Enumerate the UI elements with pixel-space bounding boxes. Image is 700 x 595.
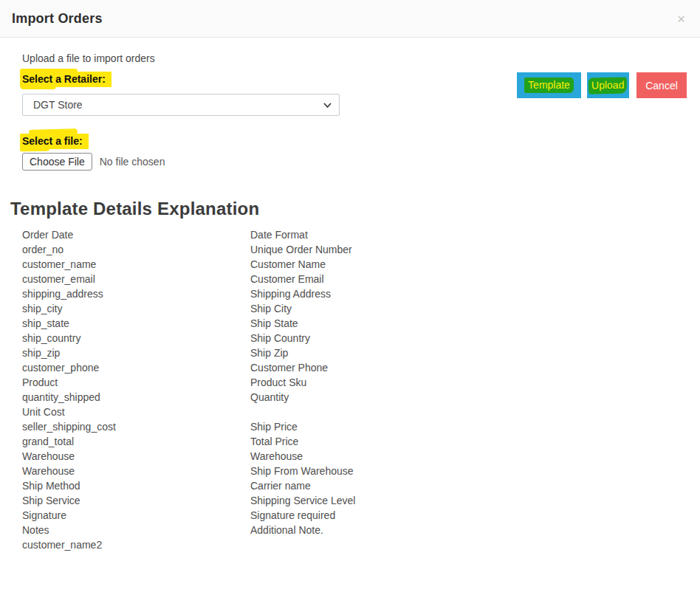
field-desc: Shipping Address	[250, 286, 465, 301]
template-field-row: WarehouseShip From Warehouse	[22, 464, 465, 478]
field-desc: Ship Country	[250, 331, 465, 345]
template-field-row: shipping_addressShipping Address	[22, 286, 465, 301]
template-button-label: Template	[524, 78, 574, 93]
field-desc: Ship Price	[250, 419, 465, 434]
choose-file-button[interactable]: Choose File	[22, 153, 92, 171]
retailer-select-wrap: DGT Store	[22, 94, 340, 116]
retailer-select[interactable]: DGT Store	[22, 94, 340, 116]
template-field-row: ship_countryShip Country	[22, 331, 465, 345]
import-orders-modal: Import Orders × Upload a file to import …	[0, 0, 700, 595]
field-desc: Customer Phone	[250, 360, 465, 375]
field-key: grand_total	[22, 434, 250, 449]
file-label: Select a file:	[20, 134, 89, 149]
field-desc: Unique Order Number	[250, 242, 465, 257]
field-key: Order Date	[22, 227, 250, 242]
field-desc: Signature required	[250, 508, 465, 523]
cancel-button[interactable]: Cancel	[636, 72, 687, 98]
template-field-row: customer_emailCustomer Email	[22, 272, 465, 286]
field-desc: Date Format	[250, 227, 465, 242]
field-key: order_no	[22, 242, 250, 257]
template-field-row: seller_shipping_costShip Price	[22, 419, 465, 434]
template-field-row: ship_cityShip City	[22, 301, 465, 316]
field-key: ship_zip	[22, 345, 250, 360]
modal-header: Import Orders ×	[0, 0, 700, 38]
template-field-row: ship_zipShip Zip	[22, 345, 465, 360]
field-key: customer_phone	[22, 360, 250, 375]
field-key: customer_name	[22, 257, 250, 272]
field-desc: Quantity	[250, 390, 465, 405]
field-key: ship_state	[22, 316, 250, 331]
template-field-row: order_noUnique Order Number	[22, 242, 465, 257]
template-details-heading: Template Details Explanation	[10, 199, 259, 219]
field-desc: Warehouse	[250, 449, 465, 464]
field-desc: Ship Zip	[250, 345, 465, 360]
template-field-row: customer_nameCustomer Name	[22, 257, 465, 272]
template-field-row: quantity_shippedQuantity	[22, 390, 465, 405]
field-key: customer_email	[22, 272, 250, 286]
template-field-row: ship_stateShip State	[22, 316, 465, 331]
upload-button[interactable]: Upload	[587, 72, 629, 98]
template-field-row: grand_totalTotal Price	[22, 434, 465, 449]
retailer-label: Select a Retailer:	[20, 72, 111, 87]
field-key: Product	[22, 375, 250, 390]
field-desc: Customer Email	[250, 272, 465, 286]
template-field-row: customer_name2	[22, 537, 465, 552]
page-title: Import Orders	[12, 11, 103, 27]
template-field-row: Unit Cost	[22, 405, 465, 419]
template-button[interactable]: Template	[517, 72, 581, 98]
template-field-row: Order DateDate Format	[22, 227, 465, 242]
template-field-row: Ship MethodCarrier name	[22, 478, 465, 493]
field-key: Ship Service	[22, 493, 250, 508]
field-desc: Shipping Service Level	[250, 493, 465, 508]
field-desc: Ship From Warehouse	[250, 464, 465, 478]
file-input-row: Choose File No file chosen	[22, 153, 165, 171]
template-field-row: WarehouseWarehouse	[22, 449, 465, 464]
upload-instruction: Upload a file to import orders	[22, 52, 155, 64]
field-key: Signature	[22, 508, 250, 523]
field-key: shipping_address	[22, 286, 250, 301]
field-key: ship_country	[22, 331, 250, 345]
field-key: customer_name2	[22, 537, 250, 552]
field-desc	[250, 405, 465, 419]
field-key: Notes	[22, 523, 250, 537]
field-key: quantity_shipped	[22, 390, 250, 405]
field-key: seller_shipping_cost	[22, 419, 250, 434]
template-fields: Order DateDate Formatorder_noUnique Orde…	[22, 227, 465, 552]
template-field-row: NotesAdditional Note.	[22, 523, 465, 537]
template-field-row: ProductProduct Sku	[22, 375, 465, 390]
field-key: ship_city	[22, 301, 250, 316]
template-field-row: Ship ServiceShipping Service Level	[22, 493, 465, 508]
field-key: Warehouse	[22, 449, 250, 464]
field-key: Unit Cost	[22, 405, 250, 419]
field-desc: Customer Name	[250, 257, 465, 272]
template-field-row: customer_phoneCustomer Phone	[22, 360, 465, 375]
upload-button-label: Upload	[589, 77, 628, 94]
field-desc: Ship State	[250, 316, 465, 331]
file-status-text: No file chosen	[100, 156, 165, 168]
field-desc: Total Price	[250, 434, 465, 449]
template-field-row: SignatureSignature required	[22, 508, 465, 523]
field-key: Ship Method	[22, 478, 250, 493]
field-desc: Ship City	[250, 301, 465, 316]
field-desc	[250, 537, 465, 552]
field-desc: Carrier name	[250, 478, 465, 493]
field-desc: Additional Note.	[250, 523, 465, 537]
field-desc: Product Sku	[250, 375, 465, 390]
field-key: Warehouse	[22, 464, 250, 478]
close-icon[interactable]: ×	[674, 10, 688, 27]
